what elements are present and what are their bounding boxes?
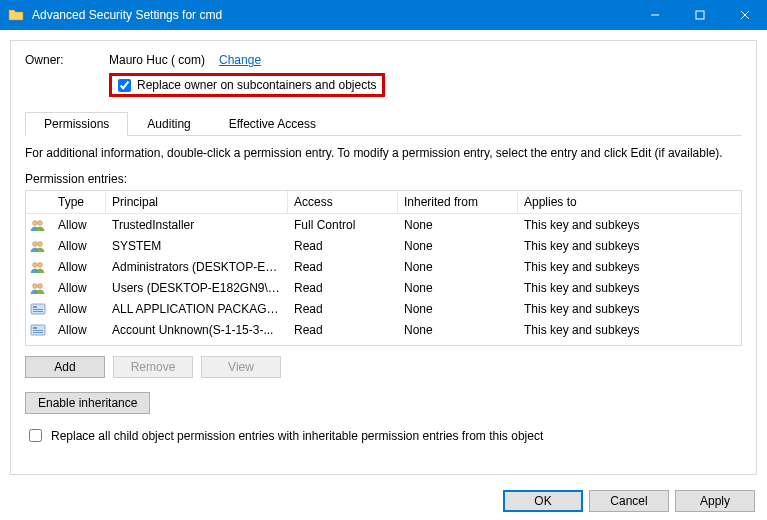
svg-point-5 <box>38 220 43 225</box>
entry-icon <box>26 239 52 253</box>
cell-applies: This key and subkeys <box>518 216 741 234</box>
entry-icon <box>26 302 52 316</box>
enable-inheritance-row: Enable inheritance <box>25 392 742 414</box>
cell-type: Allow <box>52 279 106 297</box>
close-button[interactable] <box>722 0 767 30</box>
cell-principal: Account Unknown(S-1-15-3-... <box>106 321 288 339</box>
cell-type: Allow <box>52 237 106 255</box>
cell-type: Allow <box>52 258 106 276</box>
table-row[interactable]: AllowSYSTEMReadNoneThis key and subkeys <box>26 235 741 256</box>
table-row[interactable]: AllowALL APPLICATION PACKAGESReadNoneThi… <box>26 298 741 319</box>
permission-entries-table[interactable]: Type Principal Access Inherited from App… <box>25 190 742 346</box>
enable-inheritance-button[interactable]: Enable inheritance <box>25 392 150 414</box>
entry-icon <box>26 281 52 295</box>
entry-icon <box>26 260 52 274</box>
ok-button[interactable]: OK <box>503 490 583 512</box>
cell-inherited: None <box>398 258 518 276</box>
cell-access: Read <box>288 321 398 339</box>
cell-inherited: None <box>398 237 518 255</box>
cell-type: Allow <box>52 216 106 234</box>
cell-access: Read <box>288 258 398 276</box>
cell-principal: Administrators (DESKTOP-E18... <box>106 258 288 276</box>
apply-button[interactable]: Apply <box>675 490 755 512</box>
maximize-button[interactable] <box>677 0 722 30</box>
permission-entries-label: Permission entries: <box>25 172 742 186</box>
svg-point-10 <box>33 283 38 288</box>
remove-button: Remove <box>113 356 193 378</box>
cell-access: Full Control <box>288 216 398 234</box>
table-row[interactable]: AllowAdministrators (DESKTOP-E18...ReadN… <box>26 256 741 277</box>
cell-applies: This key and subkeys <box>518 258 741 276</box>
dialog-content: Owner: Mauro Huc ( com) Change Replace o… <box>0 30 767 520</box>
svg-point-11 <box>38 283 43 288</box>
table-header: Type Principal Access Inherited from App… <box>26 191 741 214</box>
owner-label: Owner: <box>25 53 109 67</box>
tab-auditing[interactable]: Auditing <box>128 112 209 136</box>
svg-rect-15 <box>33 311 43 312</box>
inner-frame: Owner: Mauro Huc ( com) Change Replace o… <box>10 40 757 475</box>
info-text: For additional information, double-click… <box>25 146 742 160</box>
cancel-button[interactable]: Cancel <box>589 490 669 512</box>
owner-name: Mauro Huc ( com) <box>109 53 205 67</box>
cell-access: Read <box>288 237 398 255</box>
svg-rect-13 <box>33 306 37 308</box>
svg-point-9 <box>38 262 43 267</box>
cell-inherited: None <box>398 279 518 297</box>
cell-inherited: None <box>398 321 518 339</box>
svg-rect-17 <box>33 327 37 329</box>
entry-icon <box>26 218 52 232</box>
col-type[interactable]: Type <box>52 191 106 213</box>
replace-owner-checkbox[interactable] <box>118 79 131 92</box>
cell-applies: This key and subkeys <box>518 321 741 339</box>
add-button[interactable]: Add <box>25 356 105 378</box>
window-title: Advanced Security Settings for cmd <box>32 8 632 22</box>
tab-effective-access[interactable]: Effective Access <box>210 112 335 136</box>
view-button: View <box>201 356 281 378</box>
svg-point-6 <box>33 241 38 246</box>
table-row[interactable]: AllowAccount Unknown(S-1-15-3-...ReadNon… <box>26 319 741 340</box>
svg-rect-14 <box>33 309 43 310</box>
titlebar: Advanced Security Settings for cmd <box>0 0 767 30</box>
folder-icon <box>8 7 24 23</box>
tabs: Permissions Auditing Effective Access <box>25 111 742 136</box>
svg-point-7 <box>38 241 43 246</box>
table-row[interactable]: AllowTrustedInstallerFull ControlNoneThi… <box>26 214 741 235</box>
cell-principal: TrustedInstaller <box>106 216 288 234</box>
entry-buttons: Add Remove View <box>25 356 742 378</box>
cell-applies: This key and subkeys <box>518 237 741 255</box>
owner-row: Owner: Mauro Huc ( com) Change <box>25 53 742 67</box>
cell-type: Allow <box>52 321 106 339</box>
svg-point-4 <box>33 220 38 225</box>
col-principal[interactable]: Principal <box>106 191 288 213</box>
svg-rect-19 <box>33 332 43 333</box>
col-access[interactable]: Access <box>288 191 398 213</box>
svg-rect-1 <box>696 11 704 19</box>
table-row[interactable]: AllowUsers (DESKTOP-E182GN9\Us...ReadNon… <box>26 277 741 298</box>
cell-inherited: None <box>398 216 518 234</box>
cell-principal: SYSTEM <box>106 237 288 255</box>
cell-principal: Users (DESKTOP-E182GN9\Us... <box>106 279 288 297</box>
replace-owner-highlight: Replace owner on subcontainers and objec… <box>109 73 385 97</box>
cell-principal: ALL APPLICATION PACKAGES <box>106 300 288 318</box>
cell-applies: This key and subkeys <box>518 279 741 297</box>
cell-access: Read <box>288 279 398 297</box>
table-body: AllowTrustedInstallerFull ControlNoneThi… <box>26 214 741 340</box>
entry-icon <box>26 323 52 337</box>
cell-type: Allow <box>52 300 106 318</box>
col-applies[interactable]: Applies to <box>518 191 741 213</box>
cell-applies: This key and subkeys <box>518 300 741 318</box>
replace-all-row: Replace all child object permission entr… <box>25 426 742 445</box>
svg-rect-18 <box>33 330 43 331</box>
col-inherited[interactable]: Inherited from <box>398 191 518 213</box>
replace-owner-label: Replace owner on subcontainers and objec… <box>137 78 376 92</box>
tab-permissions[interactable]: Permissions <box>25 112 128 136</box>
replace-all-label: Replace all child object permission entr… <box>51 429 543 443</box>
cell-inherited: None <box>398 300 518 318</box>
change-owner-link[interactable]: Change <box>219 53 261 67</box>
dialog-buttons: OK Cancel Apply <box>503 490 755 512</box>
minimize-button[interactable] <box>632 0 677 30</box>
cell-access: Read <box>288 300 398 318</box>
window-controls <box>632 0 767 30</box>
svg-point-8 <box>33 262 38 267</box>
replace-all-checkbox[interactable] <box>29 429 42 442</box>
